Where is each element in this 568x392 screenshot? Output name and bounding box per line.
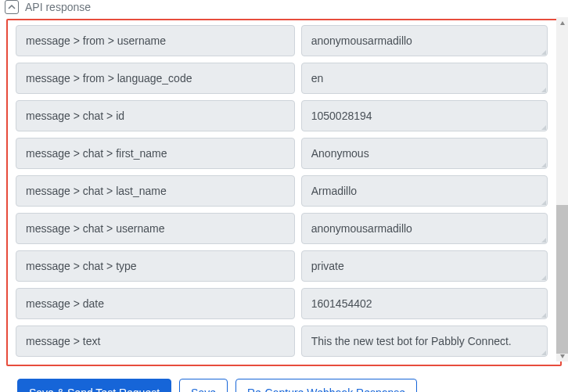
field-value[interactable]: anonymousarmadillo — [301, 213, 548, 244]
field-value[interactable]: 1050028194 — [301, 100, 548, 131]
response-row: message > chat > first_nameAnonymous — [16, 138, 552, 169]
resize-handle-icon[interactable] — [538, 47, 546, 55]
save-send-test-request-button[interactable]: Save & Send Test Request — [17, 379, 171, 392]
field-key-text: message > chat > id — [26, 110, 124, 122]
field-key[interactable]: message > date — [16, 288, 295, 319]
field-key-text: message > chat > username — [26, 222, 164, 235]
field-value[interactable]: private — [301, 250, 548, 282]
field-key[interactable]: message > chat > type — [16, 250, 295, 282]
response-row: message > chat > id1050028194 — [16, 100, 552, 131]
field-value-text: en — [311, 72, 324, 85]
resize-handle-icon[interactable] — [538, 197, 546, 205]
field-key[interactable]: message > chat > id — [16, 100, 295, 131]
button-bar: Save & Send Test Request Save Re-Capture… — [0, 366, 568, 392]
field-key-text: message > chat > last_name — [26, 185, 167, 197]
resize-handle-icon[interactable] — [538, 310, 546, 318]
resize-handle-icon[interactable] — [538, 272, 546, 280]
field-value-text: This the new test bot for Pabbly Connect… — [311, 335, 512, 347]
field-value-text: 1601454402 — [311, 297, 372, 310]
resize-handle-icon[interactable] — [538, 347, 546, 355]
section-title: API response — [25, 1, 91, 13]
field-key[interactable]: message > from > language_code — [16, 63, 295, 94]
field-value-text: Armadillo — [311, 185, 357, 197]
field-key[interactable]: message > chat > first_name — [16, 138, 295, 169]
field-key[interactable]: message > chat > last_name — [16, 175, 295, 207]
response-row: message > chat > last_nameArmadillo — [16, 175, 552, 207]
field-value[interactable]: This the new test bot for Pabbly Connect… — [301, 325, 548, 357]
response-row: message > from > usernameanonymousarmadi… — [16, 25, 552, 56]
field-key-text: message > date — [26, 297, 104, 310]
field-value-text: anonymousarmadillo — [311, 222, 412, 235]
resize-handle-icon[interactable] — [538, 85, 546, 92]
field-key-text: message > text — [26, 335, 100, 347]
response-row: message > from > language_codeen — [16, 63, 552, 94]
field-key[interactable]: message > from > username — [16, 25, 295, 56]
field-key[interactable]: message > text — [16, 325, 295, 357]
field-value[interactable]: Anonymous — [301, 138, 548, 169]
field-key-text: message > chat > type — [26, 260, 137, 272]
field-value[interactable]: 1601454402 — [301, 288, 548, 319]
save-button[interactable]: Save — [179, 379, 228, 392]
resize-handle-icon[interactable] — [538, 122, 546, 130]
field-key-text: message > from > language_code — [26, 72, 192, 85]
response-fields-container: message > from > usernameanonymousarmadi… — [6, 19, 562, 366]
field-key-text: message > from > username — [26, 34, 166, 47]
scroll-up-arrow[interactable] — [556, 17, 568, 29]
chevron-up-icon — [8, 3, 16, 11]
response-row: message > chat > usernameanonymousarmadi… — [16, 213, 552, 244]
triangle-down-icon — [559, 353, 566, 359]
field-value[interactable]: Armadillo — [301, 175, 548, 207]
scrollbar[interactable] — [556, 17, 568, 361]
field-value-text: Anonymous — [311, 147, 369, 160]
field-key[interactable]: message > chat > username — [16, 213, 295, 244]
field-key-text: message > chat > first_name — [26, 147, 167, 160]
field-value-text: anonymousarmadillo — [311, 34, 412, 47]
recapture-webhook-response-button[interactable]: Re-Capture Webhook Response — [235, 379, 417, 392]
triangle-up-icon — [559, 20, 566, 27]
resize-handle-icon[interactable] — [538, 235, 546, 243]
resize-handle-icon[interactable] — [538, 160, 546, 167]
field-value-text: 1050028194 — [311, 110, 372, 122]
scrollbar-thumb[interactable] — [556, 205, 568, 354]
response-row: message > textThis the new test bot for … — [16, 325, 552, 357]
response-row: message > chat > typeprivate — [16, 250, 552, 282]
response-row: message > date1601454402 — [16, 288, 552, 319]
scroll-down-arrow[interactable] — [556, 350, 568, 361]
field-value[interactable]: anonymousarmadillo — [301, 25, 548, 56]
collapse-button[interactable] — [5, 0, 19, 14]
field-value-text: private — [311, 260, 344, 272]
field-value[interactable]: en — [301, 63, 548, 94]
